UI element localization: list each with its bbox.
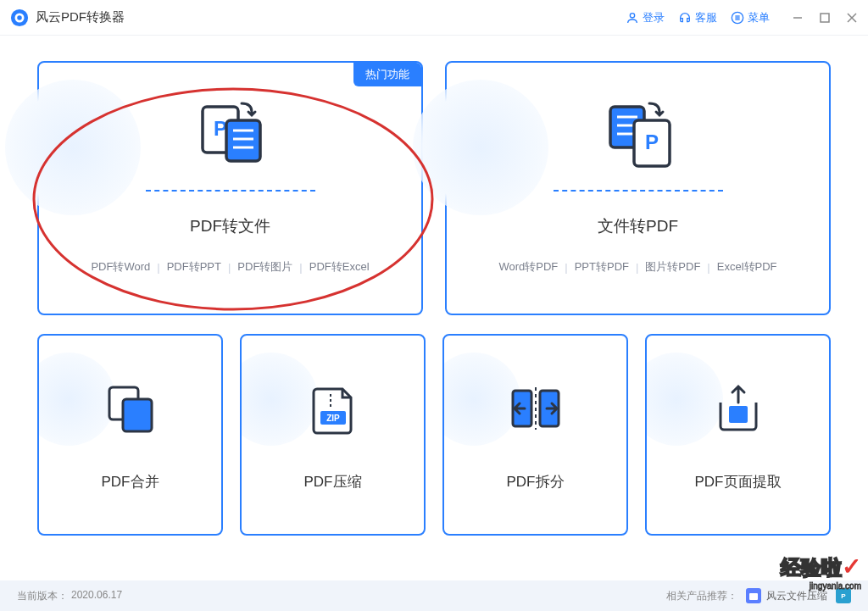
card-title: PDF拆分 <box>507 472 565 492</box>
close-button[interactable] <box>844 10 860 25</box>
sub-item: Excel转PDF <box>717 259 777 275</box>
sub-item: PPT转PDF <box>575 259 629 275</box>
login-button[interactable]: 登录 <box>626 10 665 25</box>
menu-icon <box>731 11 744 25</box>
card-title: PDF压缩 <box>304 472 362 492</box>
login-label: 登录 <box>643 10 665 25</box>
watermark: 经验啦✓ jingyanla.com <box>781 553 861 591</box>
sub-separator: | <box>299 261 302 274</box>
card-subs: Word转PDF | PPT转PDF | 图片转PDF | Excel转PDF <box>498 259 776 275</box>
card-pdf-split[interactable]: PDF拆分 <box>442 334 628 536</box>
card-title: PDF合并 <box>102 472 159 492</box>
app-title: 风云PDF转换器 <box>36 9 125 25</box>
sub-separator: | <box>157 261 159 274</box>
pdf-to-file-icon: P <box>192 97 269 173</box>
card-bg-glow <box>413 80 548 215</box>
file-to-pdf-icon: P <box>600 97 676 173</box>
archive-icon <box>746 588 761 603</box>
titlebar-left: 风云PDF转换器 <box>10 8 125 27</box>
support-button[interactable]: 客服 <box>678 10 717 25</box>
version-label: 当前版本： <box>17 589 68 603</box>
svg-rect-25 <box>123 399 152 431</box>
card-subs: PDF转Word | PDF转PPT | PDF转图片 | PDF转Excel <box>91 259 369 275</box>
headset-icon <box>678 11 692 25</box>
compress-icon: ZIP <box>303 379 363 438</box>
sub-separator: | <box>565 261 567 274</box>
svg-text:P: P <box>841 592 846 600</box>
checkmark-icon: ✓ <box>842 553 861 580</box>
extract-icon <box>709 379 768 438</box>
card-divider <box>146 190 315 192</box>
card-divider <box>554 190 723 192</box>
version-value: 2020.06.17 <box>71 589 122 603</box>
sub-item: Word转PDF <box>498 259 558 275</box>
svg-rect-32 <box>729 406 748 423</box>
svg-text:ZIP: ZIP <box>326 414 340 423</box>
card-file-to-pdf[interactable]: P 文件转PDF Word转PDF | PPT转PDF | 图片转PDF | E… <box>445 61 831 315</box>
svg-rect-14 <box>226 120 260 161</box>
sub-separator: | <box>228 261 231 274</box>
maximize-button[interactable] <box>817 10 832 25</box>
row-bottom: PDF合并 ZIP PDF压缩 <box>37 334 831 536</box>
app-logo-icon <box>10 8 29 27</box>
hot-badge: 热门功能 <box>353 63 421 86</box>
svg-rect-9 <box>821 14 829 22</box>
titlebar-right: 登录 客服 菜单 <box>626 10 860 25</box>
merge-icon <box>101 379 160 438</box>
main-content: 热门功能 P PDF转文件 PDF转Word | PDF转PPT | <box>0 36 868 546</box>
card-pdf-extract[interactable]: PDF页面提取 <box>645 334 831 536</box>
window-controls <box>790 10 860 25</box>
svg-point-3 <box>630 13 634 17</box>
sub-separator: | <box>707 261 709 274</box>
sub-item: PDF转PPT <box>167 259 221 275</box>
sub-item: PDF转Word <box>91 259 150 275</box>
user-icon <box>626 11 639 25</box>
menu-button[interactable]: 菜单 <box>731 10 770 25</box>
product-name: 风云文件压缩 <box>766 589 827 603</box>
footer: 当前版本： 2020.06.17 相关产品推荐： 风云文件压缩 P <box>0 580 868 611</box>
card-title: 文件转PDF <box>598 215 678 237</box>
minimize-button[interactable] <box>790 10 805 25</box>
sub-item: PDF转Excel <box>309 259 370 275</box>
svg-rect-34 <box>749 593 758 600</box>
row-top: 热门功能 P PDF转文件 PDF转Word | PDF转PPT | <box>37 61 831 315</box>
watermark-text: 经验啦✓ <box>781 553 861 581</box>
svg-point-2 <box>17 15 22 20</box>
card-title: PDF页面提取 <box>695 472 782 492</box>
card-pdf-merge[interactable]: PDF合并 <box>37 334 223 536</box>
card-pdf-compress[interactable]: ZIP PDF压缩 <box>240 334 426 536</box>
sub-separator: | <box>636 261 638 274</box>
split-icon <box>506 379 565 438</box>
card-title: PDF转文件 <box>190 215 270 237</box>
recommend-label: 相关产品推荐： <box>666 589 737 603</box>
sub-item: 图片转PDF <box>645 259 700 275</box>
sub-item: PDF转图片 <box>237 259 292 275</box>
card-pdf-to-file[interactable]: 热门功能 P PDF转文件 PDF转Word | PDF转PPT | <box>37 61 423 315</box>
menu-label: 菜单 <box>748 10 770 25</box>
card-bg-glow <box>5 80 141 215</box>
svg-text:P: P <box>644 131 658 153</box>
support-label: 客服 <box>695 10 717 25</box>
footer-version: 当前版本： 2020.06.17 <box>17 589 122 603</box>
titlebar: 风云PDF转换器 登录 客服 菜单 <box>0 0 868 36</box>
watermark-url: jingyanla.com <box>781 581 861 591</box>
